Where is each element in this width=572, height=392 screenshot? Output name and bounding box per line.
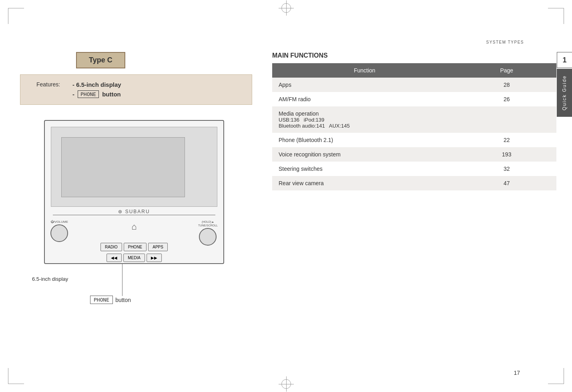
corner-mark-tr — [548, 8, 564, 24]
page-number-cell: 32 — [457, 162, 557, 176]
phone-badge-features: PHONE — [78, 90, 99, 98]
feature-phone: - PHONE button — [72, 90, 121, 98]
function-name: AM/FM radio — [272, 92, 457, 106]
volume-control: ⏻/VOLUME — [50, 220, 68, 242]
corner-mark-br — [548, 368, 564, 384]
page-number-cell: 193 — [457, 147, 557, 162]
phone-button-device[interactable]: PHONE — [124, 243, 147, 251]
tune-scroll-control: (HOLD)▲TUNE/SCROLL — [198, 220, 218, 246]
phone-button-label: PHONE button — [90, 296, 131, 304]
page-number-cell: 22 — [457, 133, 557, 147]
functions-table: Function Page Apps 28 AM/FM radio — [272, 63, 556, 190]
tune-scroll-label: (HOLD)▲TUNE/SCROLL — [198, 220, 218, 227]
media-details: USB:136 iPod:139Bluetooth audio:141 AUX:… — [279, 117, 451, 129]
feature-display: - 6.5-inch display — [72, 81, 121, 88]
function-name: Apps — [272, 78, 457, 92]
apps-button[interactable]: APPS — [148, 243, 168, 251]
tab-number: 1 — [557, 52, 572, 68]
phone-line — [122, 264, 122, 296]
page-number-cell: 47 — [457, 176, 557, 190]
subaru-logo: ⊛ SUBARU — [118, 209, 150, 214]
page-number: 17 — [514, 370, 520, 376]
radio-button[interactable]: RADIO — [100, 243, 122, 251]
function-name: Phone (Bluetooth 2.1) — [272, 133, 457, 147]
button-text: button — [115, 297, 131, 303]
next-button[interactable]: ▶▶ — [147, 254, 162, 262]
crosshair-top — [281, 3, 291, 13]
corner-mark-tl — [8, 8, 24, 24]
function-name: Rear view camera — [272, 176, 457, 190]
quick-guide-tab: Quick Guide — [557, 69, 572, 117]
device-body: ⊛ SUBARU ⏻/VOLUME ⌂ (HOLD)▲TUNE/SCROLL R… — [44, 120, 224, 264]
device-diagram: ⊛ SUBARU ⏻/VOLUME ⌂ (HOLD)▲TUNE/SCROLL R… — [32, 120, 232, 304]
home-button: ⌂ — [131, 222, 136, 232]
home-icon: ⌂ — [131, 222, 136, 232]
table-row: Media operation USB:136 iPod:139Bluetoot… — [272, 106, 556, 133]
page-number-cell — [457, 106, 557, 133]
function-name: Media operation USB:136 iPod:139Bluetoot… — [272, 106, 457, 133]
table-row: Phone (Bluetooth 2.1) 22 — [272, 133, 556, 147]
table-row: Voice recognition system 193 — [272, 147, 556, 162]
volume-label: ⏻/VOLUME — [50, 220, 68, 224]
type-c-box: Type C — [76, 52, 125, 68]
button-row-2: ◀◀ MEDIA ▶▶ — [106, 254, 162, 262]
features-section: Features: - 6.5-inch display - PHONE but… — [20, 74, 252, 105]
separator-line — [53, 215, 215, 215]
prev-button[interactable]: ◀◀ — [106, 254, 122, 262]
right-panel: MAIN FUNCTIONS Function Page Apps 28 — [272, 52, 556, 190]
header-function: Function — [272, 63, 457, 78]
button-row-1: RADIO PHONE APPS — [100, 243, 168, 251]
quick-guide-label: Quick Guide — [562, 75, 567, 110]
main-functions-title: MAIN FUNCTIONS — [272, 52, 556, 59]
header-page: Page — [457, 63, 557, 78]
system-types-label: SYSTEM TYPES — [486, 40, 524, 44]
left-panel: Type C Features: - 6.5-inch display - PH… — [20, 52, 252, 105]
volume-knob — [50, 224, 68, 242]
phone-badge-diagram: PHONE — [90, 296, 113, 304]
page-number-cell: 28 — [457, 78, 557, 92]
features-label: Features: — [36, 81, 64, 88]
tune-scroll-knob — [199, 228, 217, 246]
crosshair-bottom — [281, 379, 291, 389]
table-row: Rear view camera 47 — [272, 176, 556, 190]
table-row: Steering switches 32 — [272, 162, 556, 176]
function-name: Voice recognition system — [272, 147, 457, 162]
table-row: AM/FM radio 26 — [272, 92, 556, 106]
page-number-cell: 26 — [457, 92, 557, 106]
media-button[interactable]: MEDIA — [123, 254, 145, 262]
function-name: Steering switches — [272, 162, 457, 176]
display-label: 6.5-inch display — [32, 276, 68, 282]
table-row: Apps 28 — [272, 78, 556, 92]
device-screen — [51, 127, 217, 207]
corner-mark-bl — [8, 368, 24, 384]
device-inner-screen — [61, 137, 185, 197]
